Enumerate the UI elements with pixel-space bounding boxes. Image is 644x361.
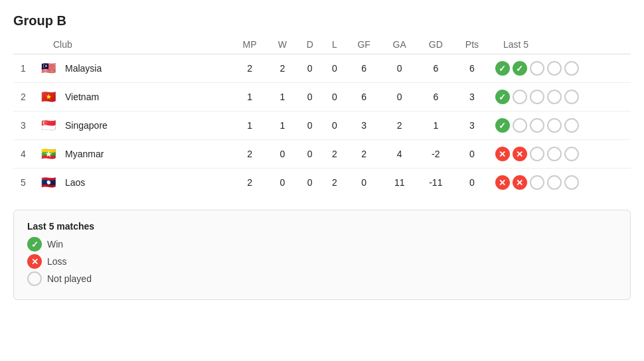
pts-cell: 0: [454, 140, 490, 169]
legend-loss-label: Loss: [47, 256, 67, 267]
club-cell: 🇱🇦Laos: [33, 169, 231, 197]
club-cell: 🇲🇲Myanmar: [33, 140, 231, 169]
rank-cell: 5: [13, 169, 33, 197]
club-name: Myanmar: [65, 149, 104, 159]
legend-box: Last 5 matches Win Loss Not played: [13, 210, 631, 300]
club-cell: 🇻🇳Vietnam: [33, 83, 231, 111]
mp-cell: 2: [231, 169, 268, 197]
legend-win: Win: [27, 237, 617, 252]
col-ga: GA: [382, 35, 418, 54]
gd-cell: 1: [418, 111, 454, 140]
table-row: 4🇲🇲Myanmar200224-20: [13, 140, 631, 169]
empty-result-icon: [564, 175, 579, 190]
d-cell: 0: [297, 54, 323, 83]
legend-title: Last 5 matches: [27, 221, 617, 232]
col-club: Club: [33, 35, 231, 54]
col-gf: GF: [347, 35, 382, 54]
gf-cell: 2: [347, 140, 382, 169]
flag-icon: 🇻🇳: [39, 90, 58, 104]
ga-cell: 0: [382, 83, 418, 111]
gf-cell: 6: [347, 83, 382, 111]
gf-cell: 0: [347, 169, 382, 197]
mp-cell: 1: [231, 83, 268, 111]
gf-cell: 3: [347, 111, 382, 140]
col-w: W: [268, 35, 297, 54]
empty-result-icon: [547, 61, 562, 76]
ga-cell: 11: [382, 169, 418, 197]
table-row: 3🇸🇬Singapore11003213: [13, 111, 631, 140]
club-name: Singapore: [65, 120, 108, 131]
flag-icon: 🇲🇲: [39, 147, 58, 161]
d-cell: 0: [297, 111, 323, 140]
col-l: L: [323, 35, 347, 54]
w-cell: 2: [268, 54, 297, 83]
flag-icon: 🇲🇾: [39, 62, 58, 75]
rank-cell: 3: [13, 111, 33, 140]
standings-table: Club MP W D L GF GA GD Pts Last 5 1🇲🇾Mal…: [13, 35, 631, 196]
loss-result-icon: [513, 147, 527, 161]
win-result-icon: [495, 90, 510, 104]
empty-result-icon: [547, 90, 562, 104]
table-row: 2🇻🇳Vietnam11006063: [13, 83, 631, 111]
col-pts: Pts: [454, 35, 490, 54]
win-result-icon: [495, 118, 510, 133]
col-d: D: [297, 35, 323, 54]
club-cell: 🇸🇬Singapore: [33, 111, 231, 140]
empty-result-icon: [530, 61, 544, 76]
empty-circle-icon: [27, 271, 42, 286]
empty-result-icon: [547, 118, 562, 133]
d-cell: 0: [297, 83, 323, 111]
ga-cell: 4: [382, 140, 418, 169]
pts-cell: 0: [454, 169, 490, 197]
w-cell: 0: [268, 169, 297, 197]
empty-result-icon: [530, 118, 544, 133]
rank-cell: 2: [13, 83, 33, 111]
d-cell: 0: [297, 169, 323, 197]
pts-cell: 3: [454, 111, 490, 140]
club-name: Laos: [65, 177, 85, 188]
club-name: Vietnam: [65, 92, 99, 102]
empty-result-icon: [547, 147, 562, 161]
win-result-icon: [513, 61, 527, 76]
l-cell: 2: [323, 140, 347, 169]
pts-cell: 3: [454, 83, 490, 111]
empty-result-icon: [513, 90, 527, 104]
w-cell: 1: [268, 83, 297, 111]
empty-result-icon: [530, 175, 544, 190]
empty-result-icon: [564, 118, 579, 133]
gd-cell: 6: [418, 83, 454, 111]
ga-cell: 2: [382, 111, 418, 140]
gd-cell: 6: [418, 54, 454, 83]
loss-result-icon: [513, 175, 527, 190]
win-circle-icon: [27, 237, 42, 252]
l-cell: 0: [323, 111, 347, 140]
table-row: 5🇱🇦Laos2002011-110: [13, 169, 631, 197]
mp-cell: 2: [231, 54, 268, 83]
legend-loss: Loss: [27, 254, 617, 269]
empty-result-icon: [513, 118, 527, 133]
gd-cell: -11: [418, 169, 454, 197]
loss-circle-icon: [27, 254, 42, 269]
last5-cell: [490, 54, 631, 83]
flag-icon: 🇱🇦: [39, 176, 58, 189]
empty-result-icon: [564, 90, 579, 104]
club-cell: 🇲🇾Malaysia: [33, 54, 231, 83]
last5-cell: [490, 169, 631, 197]
win-result-icon: [495, 61, 510, 76]
d-cell: 0: [297, 140, 323, 169]
club-name: Malaysia: [65, 63, 102, 74]
flag-icon: 🇸🇬: [39, 119, 58, 132]
mp-cell: 2: [231, 140, 268, 169]
l-cell: 0: [323, 54, 347, 83]
col-mp: MP: [231, 35, 268, 54]
l-cell: 2: [323, 169, 347, 197]
w-cell: 1: [268, 111, 297, 140]
col-rank: [13, 35, 33, 54]
empty-result-icon: [564, 61, 579, 76]
rank-cell: 4: [13, 140, 33, 169]
gf-cell: 6: [347, 54, 382, 83]
legend-not-played: Not played: [27, 271, 617, 286]
loss-result-icon: [495, 147, 510, 161]
w-cell: 0: [268, 140, 297, 169]
empty-result-icon: [530, 90, 544, 104]
